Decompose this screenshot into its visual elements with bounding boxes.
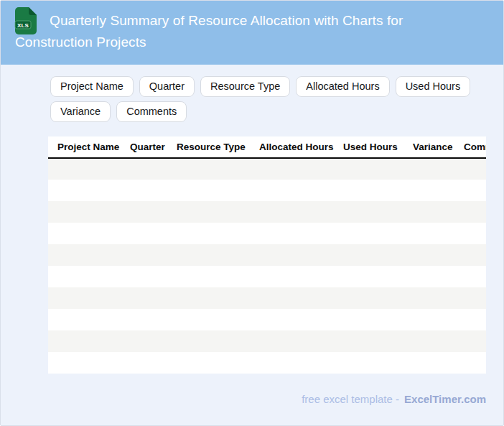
table-cell — [250, 158, 334, 180]
page-title: XLS Quarterly Summary of Resource Alloca… — [15, 10, 446, 52]
table-cell — [334, 201, 403, 223]
table-cell — [48, 223, 121, 244]
xls-file-icon: XLS — [15, 11, 37, 32]
table-cell — [167, 158, 250, 180]
footer-label: free excel template - — [302, 393, 399, 405]
table-cell — [403, 201, 454, 223]
table-cell — [250, 244, 334, 266]
table-cell — [167, 180, 250, 201]
table-cell — [250, 223, 334, 244]
table-cell — [167, 223, 250, 244]
table-row — [48, 244, 486, 266]
table-cell — [334, 266, 403, 287]
column-header-project-name: Project Name — [48, 136, 121, 158]
table-cell — [454, 330, 486, 352]
table-cell — [167, 352, 250, 374]
table-cell — [121, 309, 167, 330]
footer: free excel template -ExcelTimer.com — [48, 392, 486, 407]
table-row — [48, 223, 486, 244]
footer-brand-link[interactable]: ExcelTimer.com — [404, 393, 486, 405]
table-cell — [403, 266, 454, 287]
table-cell — [250, 330, 334, 352]
table-row — [48, 266, 486, 287]
table-cell — [48, 287, 121, 309]
table-row — [48, 180, 486, 201]
table-row — [48, 309, 486, 330]
table-head: Project NameQuarterResource TypeAllocate… — [48, 136, 486, 158]
chip-resource-type[interactable]: Resource Type — [200, 76, 290, 97]
column-header-variance: Variance — [403, 136, 454, 158]
table-cell — [403, 330, 454, 352]
table-cell — [121, 287, 167, 309]
table-cell — [167, 266, 250, 287]
table-cell — [454, 266, 486, 287]
table-row — [48, 201, 486, 223]
table-cell — [454, 352, 486, 374]
table-cell — [403, 223, 454, 244]
table-cell — [454, 309, 486, 330]
table-cell — [403, 309, 454, 330]
table-body — [48, 158, 486, 374]
table-cell — [403, 352, 454, 374]
table-cell — [167, 309, 250, 330]
table-cell — [167, 244, 250, 266]
data-table: Project NameQuarterResource TypeAllocate… — [48, 136, 486, 374]
column-header-comments: Comments — [454, 136, 486, 158]
column-chips: Project NameQuarterResource TypeAllocate… — [50, 76, 486, 122]
table-cell — [250, 180, 334, 201]
table-cell — [334, 352, 403, 374]
table-cell — [454, 244, 486, 266]
column-header-resource-type: Resource Type — [167, 136, 250, 158]
table-cell — [334, 180, 403, 201]
xls-badge-label: XLS — [17, 22, 29, 28]
header: XLS Quarterly Summary of Resource Alloca… — [1, 1, 503, 65]
table-cell — [454, 180, 486, 201]
table-cell — [334, 309, 403, 330]
table-cell — [403, 158, 454, 180]
table-cell — [454, 158, 486, 180]
table-row — [48, 158, 486, 180]
page-title-text: Quarterly Summary of Resource Allocation… — [15, 13, 403, 50]
table-cell — [250, 287, 334, 309]
column-header-used-hours: Used Hours — [334, 136, 403, 158]
chip-used-hours[interactable]: Used Hours — [396, 76, 471, 97]
table-cell — [167, 287, 250, 309]
table-cell — [250, 201, 334, 223]
table-row — [48, 287, 486, 309]
table-cell — [167, 330, 250, 352]
table-container: Project NameQuarterResource TypeAllocate… — [48, 136, 486, 374]
table-cell — [403, 287, 454, 309]
table-cell — [334, 244, 403, 266]
table-cell — [454, 287, 486, 309]
column-header-allocated-hours: Allocated Hours — [250, 136, 334, 158]
chip-quarter[interactable]: Quarter — [139, 76, 195, 97]
content-area: Project NameQuarterResource TypeAllocate… — [1, 65, 503, 407]
table-cell — [48, 352, 121, 374]
table-cell — [121, 223, 167, 244]
table-cell — [250, 309, 334, 330]
app-window: XLS Quarterly Summary of Resource Alloca… — [0, 0, 504, 426]
table-cell — [48, 158, 121, 180]
chip-project-name[interactable]: Project Name — [50, 76, 134, 97]
table-cell — [48, 266, 121, 287]
table-cell — [48, 309, 121, 330]
table-cell — [454, 223, 486, 244]
table-cell — [121, 330, 167, 352]
chip-variance[interactable]: Variance — [50, 101, 111, 122]
table-cell — [48, 244, 121, 266]
column-header-quarter: Quarter — [121, 136, 167, 158]
table-row — [48, 352, 486, 374]
chip-allocated-hours[interactable]: Allocated Hours — [296, 76, 389, 97]
table-cell — [403, 244, 454, 266]
chip-comments[interactable]: Comments — [116, 101, 187, 122]
table-cell — [48, 330, 121, 352]
table-cell — [403, 180, 454, 201]
table-cell — [334, 287, 403, 309]
table-cell — [48, 180, 121, 201]
table-cell — [121, 244, 167, 266]
table-cell — [334, 223, 403, 244]
table-cell — [334, 158, 403, 180]
table-cell — [121, 352, 167, 374]
table-cell — [250, 266, 334, 287]
table-cell — [167, 201, 250, 223]
